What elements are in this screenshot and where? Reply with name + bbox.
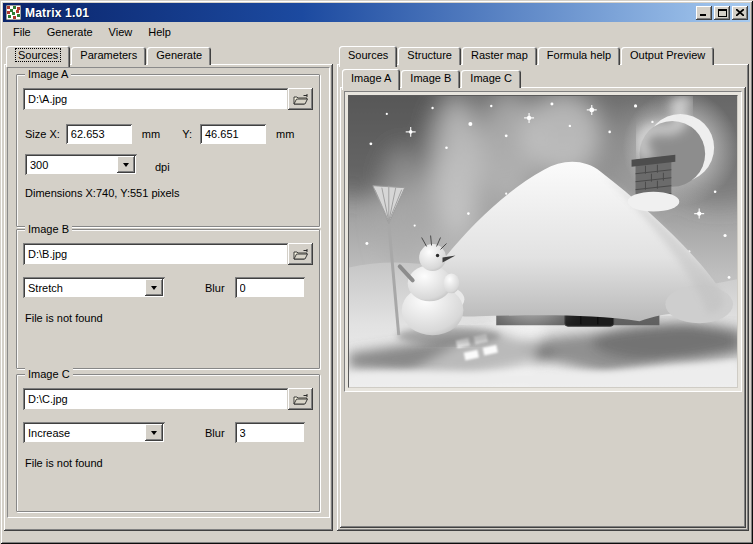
image-c-mode-combo[interactable]: Increase [23, 422, 165, 443]
image-c-path-field-wrap [23, 388, 288, 410]
open-folder-icon [293, 248, 309, 261]
image-b-blur-field-wrap [235, 277, 305, 298]
app-icon [6, 5, 21, 20]
image-c-mode-combo-button[interactable] [145, 424, 163, 441]
image-a-subpage [340, 87, 746, 528]
size-x-label: Size X: [25, 128, 60, 140]
image-a-path-input[interactable] [23, 88, 288, 110]
left-panel: Sources Parameters Generate Image A [4, 44, 333, 531]
image-b-blur-label: Blur [205, 282, 225, 294]
image-c-blur-input[interactable] [235, 422, 305, 443]
minimize-button[interactable] [696, 6, 712, 20]
menu-file[interactable]: File [5, 24, 39, 40]
tab-structure[interactable]: Structure [398, 47, 461, 65]
mm-label-1: mm [142, 128, 160, 140]
open-folder-icon [293, 393, 309, 406]
tab-formula-help[interactable]: Formula help [538, 47, 620, 65]
menu-generate[interactable]: Generate [39, 24, 101, 40]
subtab-image-c[interactable]: Image C [461, 70, 521, 88]
minimize-icon [700, 9, 708, 16]
close-icon [736, 9, 744, 16]
maximize-button[interactable] [714, 6, 730, 20]
mm-label-2: mm [276, 128, 294, 140]
tab-sources[interactable]: Sources [6, 46, 70, 67]
image-subtabbar: Image A Image B Image C [340, 67, 746, 88]
maximize-icon [718, 9, 727, 17]
image-b-blur-input[interactable] [235, 277, 305, 298]
close-button[interactable] [732, 6, 748, 20]
image-b-mode-combo-button[interactable] [145, 279, 163, 296]
dpi-label: dpi [155, 161, 170, 175]
titlebar[interactable]: Matrix 1.01 [3, 3, 750, 22]
image-c-blur-field-wrap [235, 422, 305, 443]
image-c-blur-label: Blur [205, 427, 225, 439]
chevron-down-icon [151, 286, 157, 293]
image-c-status-text: File is not found [25, 457, 103, 469]
chevron-down-icon [151, 431, 157, 438]
sources-page: Image A [4, 64, 333, 531]
tab-generate[interactable]: Generate [147, 47, 211, 65]
image-b-group: Image B [16, 229, 320, 369]
preview-image-frame [344, 91, 742, 392]
image-c-mode-value: Increase [23, 422, 143, 443]
subtab-image-a[interactable]: Image A [342, 69, 400, 90]
dpi-combo[interactable]: 300 [25, 154, 137, 175]
open-folder-icon [293, 93, 309, 106]
image-b-mode-value: Stretch [23, 277, 143, 298]
subtab-image-b[interactable]: Image B [401, 70, 460, 88]
size-y-field: 46.651 [200, 124, 266, 144]
size-x-field: 62.653 [66, 124, 132, 144]
dpi-combo-button[interactable] [117, 156, 135, 173]
image-b-mode-combo[interactable]: Stretch [23, 277, 165, 298]
image-c-path-input[interactable] [23, 388, 288, 410]
right-tabbar: Sources Structure Raster map Formula hel… [337, 44, 749, 65]
menu-view[interactable]: View [101, 24, 141, 40]
dimensions-text: Dimensions X:740, Y:551 pixels [25, 187, 180, 199]
image-b-browse-button[interactable] [288, 243, 313, 265]
chevron-down-icon [123, 163, 129, 170]
image-b-path-input[interactable] [23, 243, 288, 265]
sources-client-area: Image A [7, 67, 330, 518]
image-a-path-field-wrap [23, 88, 288, 110]
preview-image [348, 95, 738, 388]
app-window: Matrix 1.01 File Generate View Help Sour… [0, 0, 753, 544]
image-b-group-label: Image B [25, 223, 72, 235]
menubar: File Generate View Help [3, 22, 750, 42]
right-panel: Sources Structure Raster map Formula hel… [337, 44, 749, 531]
right-sources-page: Image A Image B Image C [337, 64, 749, 531]
tab-parameters[interactable]: Parameters [71, 47, 146, 65]
dpi-combo-value: 300 [25, 154, 115, 175]
image-c-group: Image C [16, 374, 320, 512]
menu-help[interactable]: Help [140, 24, 179, 40]
image-b-path-field-wrap [23, 243, 288, 265]
image-a-browse-button[interactable] [288, 88, 313, 110]
tab-right-sources[interactable]: Sources [339, 46, 397, 67]
window-title: Matrix 1.01 [25, 6, 696, 20]
image-c-browse-button[interactable] [288, 388, 313, 410]
tab-raster-map[interactable]: Raster map [462, 47, 537, 65]
image-b-status-text: File is not found [25, 312, 103, 324]
image-a-group-label: Image A [25, 68, 71, 80]
tab-output-preview[interactable]: Output Preview [621, 47, 714, 65]
left-tabbar: Sources Parameters Generate [4, 44, 333, 65]
image-a-group: Image A [16, 74, 320, 227]
image-c-group-label: Image C [25, 368, 73, 380]
size-y-label: Y: [182, 128, 192, 140]
